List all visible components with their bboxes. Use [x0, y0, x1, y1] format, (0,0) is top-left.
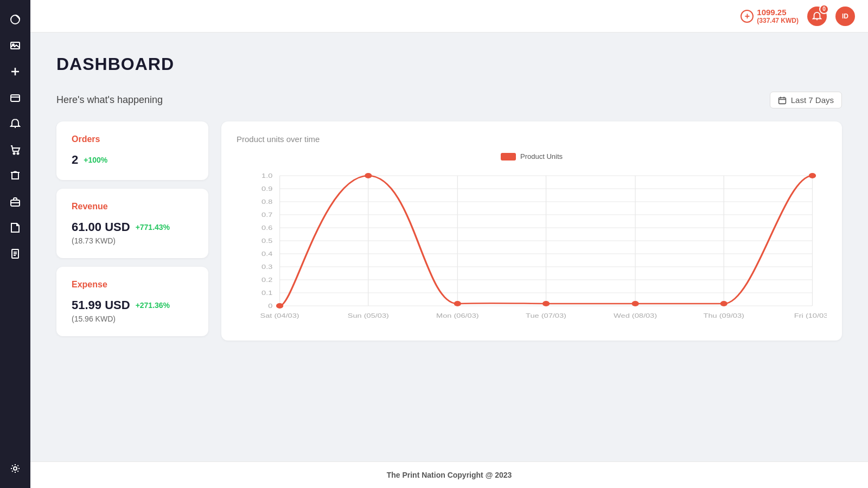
svg-text:0.2: 0.2	[261, 277, 272, 284]
page-title: DASHBOARD	[56, 54, 842, 74]
svg-point-8	[14, 153, 15, 155]
dashboard-content: Orders 2 +100% Revenue 61.00 USD +771.43…	[56, 121, 842, 341]
revenue-title: Revenue	[72, 202, 193, 211]
notification-button[interactable]: 0	[807, 7, 827, 26]
svg-text:1.0: 1.0	[261, 172, 272, 179]
svg-text:0.4: 0.4	[261, 251, 272, 258]
svg-text:Fri (10/03): Fri (10/03)	[794, 312, 827, 319]
shopping-icon[interactable]	[4, 165, 26, 187]
dashboard-icon[interactable]	[4, 9, 26, 30]
footer: The Print Nation Copyright @ 2023	[30, 461, 868, 488]
file-icon[interactable]	[4, 217, 26, 239]
svg-text:0.7: 0.7	[261, 211, 272, 219]
svg-text:Wed (08/03): Wed (08/03)	[614, 312, 657, 319]
data-point-2	[454, 301, 461, 306]
briefcase-icon[interactable]	[4, 191, 26, 213]
y-axis: 1.0 0.9 0.8 0.7 0.6 0.5 0.4	[261, 172, 812, 310]
svg-text:0.3: 0.3	[261, 264, 272, 271]
add-icon[interactable]	[4, 61, 26, 82]
svg-rect-18	[778, 98, 786, 104]
balance-display[interactable]: + 1099.25 (337.47 KWD)	[741, 8, 799, 24]
expense-change: +271.36%	[136, 301, 170, 310]
orders-card: Orders 2 +100%	[56, 121, 208, 180]
cart-icon[interactable]	[4, 139, 26, 160]
svg-point-16	[14, 467, 17, 470]
orders-title: Orders	[72, 134, 193, 144]
data-point-0	[276, 303, 283, 309]
date-filter-label: Last 7 Days	[791, 95, 834, 105]
svg-text:Tue (07/03): Tue (07/03)	[526, 312, 566, 319]
settings-icon[interactable]	[4, 458, 26, 479]
svg-text:0.1: 0.1	[261, 290, 272, 297]
x-axis-labels: Sat (04/03) Sun (05/03) Mon (06/03) Tue …	[260, 312, 827, 319]
chart-container: 1.0 0.9 0.8 0.7 0.6 0.5 0.4	[237, 165, 827, 328]
orders-change: +100%	[84, 156, 107, 164]
chart-card: Product units over time Product Units 1.…	[221, 121, 842, 341]
svg-text:Sat (04/03): Sat (04/03)	[260, 312, 299, 319]
receipt-icon[interactable]	[4, 243, 26, 265]
revenue-change: +771.43%	[136, 223, 170, 232]
notif-badge: 0	[819, 4, 829, 14]
orders-value: 2 +100%	[72, 153, 193, 167]
chart-title: Product units over time	[237, 134, 827, 144]
svg-text:0: 0	[268, 303, 272, 310]
section-subtitle: Here's what's happening	[56, 94, 163, 106]
data-point-1	[365, 173, 372, 178]
svg-text:Mon (06/03): Mon (06/03)	[436, 312, 479, 319]
data-point-6	[809, 173, 816, 178]
main-content: DASHBOARD Here's what's happening Last 7…	[30, 33, 868, 461]
legend-color	[501, 153, 516, 160]
calendar-icon	[778, 96, 787, 105]
stats-cards: Orders 2 +100% Revenue 61.00 USD +771.43…	[56, 121, 208, 336]
expense-value: 51.99 USD +271.36%	[72, 298, 193, 312]
expense-card: Expense 51.99 USD +271.36% (15.96 KWD)	[56, 267, 208, 336]
data-point-3	[542, 301, 550, 306]
svg-point-9	[17, 153, 19, 155]
image-icon[interactable]	[4, 35, 26, 56]
svg-text:0.5: 0.5	[261, 237, 272, 245]
sidebar	[0, 0, 30, 488]
chart-legend: Product Units	[237, 152, 827, 160]
expense-sub: (15.96 KWD)	[72, 314, 193, 323]
balance-amount: 1099.25	[757, 8, 799, 17]
balance-kwd: (337.47 KWD)	[757, 17, 799, 24]
svg-text:0.8: 0.8	[261, 198, 272, 206]
line-chart: 1.0 0.9 0.8 0.7 0.6 0.5 0.4	[237, 165, 827, 328]
revenue-card: Revenue 61.00 USD +771.43% (18.73 KWD)	[56, 189, 208, 258]
svg-text:Thu (09/03): Thu (09/03)	[704, 312, 744, 319]
data-point-4	[631, 301, 639, 306]
add-balance-icon[interactable]: +	[741, 10, 754, 23]
data-point-5	[720, 301, 727, 306]
svg-point-2	[12, 44, 14, 46]
date-filter-button[interactable]: Last 7 Days	[770, 92, 842, 108]
notification-icon[interactable]	[4, 113, 26, 134]
svg-text:0.9: 0.9	[261, 185, 272, 192]
expense-title: Expense	[72, 280, 193, 290]
legend-label: Product Units	[520, 152, 563, 160]
svg-text:0.6: 0.6	[261, 224, 272, 232]
user-avatar[interactable]: ID	[835, 7, 855, 26]
revenue-sub: (18.73 KWD)	[72, 236, 193, 245]
footer-text: The Print Nation Copyright @ 2023	[387, 471, 512, 479]
svg-text:Sun (05/03): Sun (05/03)	[348, 312, 389, 319]
revenue-value: 61.00 USD +771.43%	[72, 220, 193, 234]
section-header: Here's what's happening Last 7 Days	[56, 92, 842, 108]
svg-rect-5	[11, 95, 20, 101]
topbar: + 1099.25 (337.47 KWD) 0 ID	[30, 0, 868, 33]
card-icon[interactable]	[4, 87, 26, 108]
